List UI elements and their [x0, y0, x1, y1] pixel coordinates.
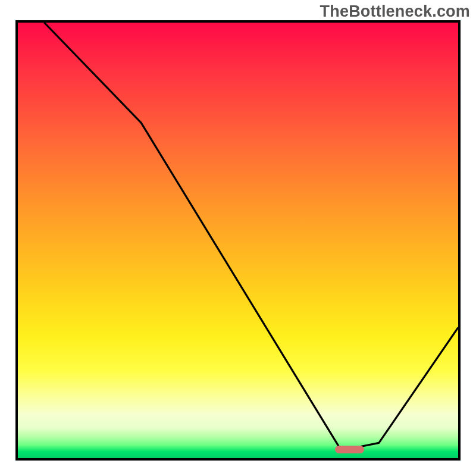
plot-area: [15, 20, 461, 461]
curve-path: [44, 23, 458, 447]
optimal-marker: [335, 446, 364, 453]
bottleneck-curve: [18, 23, 458, 458]
watermark-text: TheBottleneck.com: [320, 2, 470, 21]
chart-frame: TheBottleneck.com: [0, 0, 476, 476]
